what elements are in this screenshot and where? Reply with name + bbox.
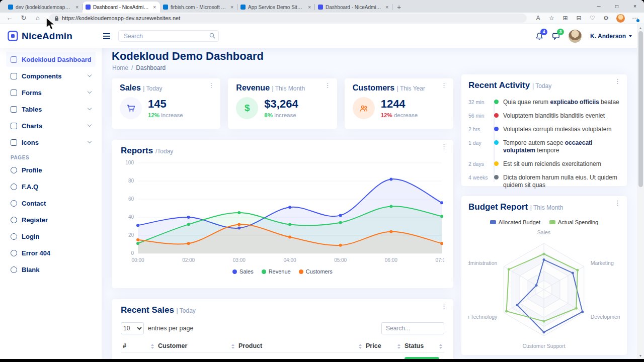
close-button[interactable]: × <box>626 0 644 13</box>
sidebar-item-kodekloud-dashboard[interactable]: Kodekloud Dashboard <box>6 52 96 67</box>
page-scrollbar[interactable]: ▲ ▼ <box>637 24 644 359</box>
sidebar-item-charts[interactable]: Charts <box>6 118 96 133</box>
column-header[interactable]: Status <box>403 339 444 353</box>
messages-badge: 3 <box>557 29 564 35</box>
tab-close-icon[interactable]: × <box>307 5 312 10</box>
sidebar-item-icons[interactable]: Icons <box>6 135 96 150</box>
sidebar-item-contact[interactable]: Contact <box>6 196 96 211</box>
legend-item[interactable]: Sales <box>232 268 254 275</box>
sidebar-item-profile[interactable]: Profile <box>6 162 96 177</box>
read-aloud-icon[interactable]: A <box>532 15 544 22</box>
card-filter-icon[interactable]: ⋮ <box>441 303 447 309</box>
update-notification-dot <box>636 19 639 22</box>
recent-sales-card: ⋮ Recent Sales | Today 10 entries per pa… <box>112 299 453 359</box>
sidebar-item-error-404[interactable]: Error 404 <box>6 245 96 260</box>
sidebar-item-label: F.A.Q <box>22 183 91 191</box>
y-axis-label: 0 <box>131 250 134 256</box>
sidebar-item-login[interactable]: Login <box>6 229 96 244</box>
tab-favicon <box>163 5 168 10</box>
column-header[interactable]: Customer <box>156 339 236 353</box>
radar-axis-label: Customer Support <box>522 343 565 349</box>
scroll-up-arrow[interactable]: ▲ <box>639 24 642 31</box>
activity-dot-icon <box>494 113 499 118</box>
card-title: Revenue | This Month <box>236 83 329 93</box>
browser-tab[interactable]: dev (kodekloudemoapp/dev) - M... × <box>5 2 83 13</box>
sidebar-item-components[interactable]: Components <box>6 68 96 83</box>
activity-text: Voluptates corrupti molestias voluptatem <box>503 126 620 133</box>
brand[interactable]: NiceAdmin <box>8 31 103 42</box>
messages-icon[interactable]: 3 <box>552 32 560 40</box>
breadcrumb-home[interactable]: Home <box>112 64 128 71</box>
url-text: https://kodekloudemoapp-dev.azurewebsite… <box>62 15 180 21</box>
sidebar-item-icon <box>11 233 17 240</box>
notifications-icon[interactable]: 4 <box>535 32 543 40</box>
card-filter-icon[interactable]: ⋮ <box>325 82 331 88</box>
browser-menu-button[interactable]: ⋯ <box>629 15 641 22</box>
user-menu[interactable]: K. Anderson <box>590 33 632 40</box>
home-button[interactable]: ⌂ <box>31 13 44 24</box>
new-tab-button[interactable]: + <box>392 2 406 13</box>
column-header[interactable]: # <box>121 339 156 353</box>
legend-item[interactable]: Actual Spending <box>549 219 598 225</box>
tab-close-icon[interactable]: × <box>384 5 389 10</box>
tab-close-icon[interactable]: × <box>229 5 234 10</box>
legend-item[interactable]: Revenue <box>262 268 291 275</box>
card-filter-icon[interactable]: ⋮ <box>441 82 447 88</box>
sidebar-toggle-icon[interactable] <box>103 33 110 39</box>
legend-item[interactable]: Customers <box>299 268 333 275</box>
breadcrumb-separator: / <box>131 64 133 71</box>
browser-tab[interactable]: App Service Demo Site - Repos × <box>237 2 315 13</box>
sidebar-item-blank[interactable]: Blank <box>6 262 96 277</box>
cell-id[interactable]: #2457 <box>121 353 156 359</box>
sidebar-item-tables[interactable]: Tables <box>6 102 96 117</box>
collections-icon[interactable]: ⊟ <box>573 15 585 22</box>
cell-product[interactable]: At praesentium minu <box>236 353 364 359</box>
column-header[interactable]: Product <box>236 339 364 353</box>
browser-essentials-icon[interactable]: ♡ <box>586 15 599 22</box>
chevron-down-icon <box>88 89 92 94</box>
browser-tab[interactable]: firbish.com - Microsoft Azure × <box>160 2 237 13</box>
x-axis-label: 06:00 <box>385 257 397 263</box>
legend-item[interactable]: Allocated Budget <box>490 219 540 225</box>
sidebar-item-label: Icons <box>22 139 84 146</box>
favorites-icon[interactable]: ☆ <box>545 15 558 22</box>
tab-close-icon[interactable]: × <box>74 5 79 10</box>
entries-select[interactable]: 10 <box>121 322 144 334</box>
extensions-icon[interactable]: ⚙ <box>600 15 612 22</box>
activity-dot-icon <box>494 127 499 131</box>
sidebar-item-label: Login <box>22 233 91 240</box>
refresh-button[interactable]: ↻ <box>17 13 30 24</box>
maximize-button[interactable]: □ <box>608 0 626 13</box>
notifications-badge: 4 <box>540 29 547 35</box>
browser-tab[interactable]: Dashboard - NiceAdmin Bootstr... × <box>83 2 160 13</box>
search-input[interactable] <box>118 30 219 42</box>
card-title: Reports /Today <box>121 144 444 159</box>
card-filter-icon[interactable]: ⋮ <box>208 82 214 88</box>
tab-close-icon[interactable]: × <box>152 5 157 10</box>
recent-activity-card: ⋮ Recent Activity | Today 32 min Quia qu… <box>461 74 627 186</box>
card-filter-icon[interactable]: ⋮ <box>614 200 621 206</box>
card-filter-icon[interactable]: ⋮ <box>441 143 447 150</box>
minimize-button[interactable]: ─ <box>590 0 608 13</box>
sidebar: Kodekloud Dashboard Components Forms Tab… <box>0 48 102 359</box>
column-header[interactable]: Price <box>364 339 403 353</box>
sidebar-item-register[interactable]: Register <box>6 212 96 227</box>
split-screen-icon[interactable]: ⊞ <box>559 15 572 22</box>
search-icon[interactable] <box>209 33 215 39</box>
browser-tab[interactable]: Dashboard - NiceAdmin Bootstr... × <box>315 2 392 13</box>
sidebar-item-f-a-q[interactable]: F.A.Q <box>6 179 96 194</box>
card-filter-icon[interactable]: ⋮ <box>614 78 621 84</box>
scrollbar-thumb[interactable] <box>638 31 643 187</box>
y-axis-label: 20 <box>128 232 134 238</box>
radar-axis-label: Sales <box>537 229 550 235</box>
sidebar-item-label: Profile <box>22 166 91 174</box>
user-avatar[interactable] <box>569 30 582 43</box>
tab-favicon <box>318 5 323 10</box>
back-button[interactable]: ← <box>3 13 16 24</box>
info-card-icon: $ <box>236 97 258 119</box>
address-bar[interactable]: https://kodekloudemoapp-dev.azurewebsite… <box>49 14 527 23</box>
scroll-down-arrow[interactable]: ▼ <box>639 352 642 359</box>
sidebar-item-forms[interactable]: Forms <box>6 85 96 100</box>
table-search-input[interactable] <box>381 322 444 334</box>
browser-profile-avatar[interactable] <box>616 14 625 23</box>
